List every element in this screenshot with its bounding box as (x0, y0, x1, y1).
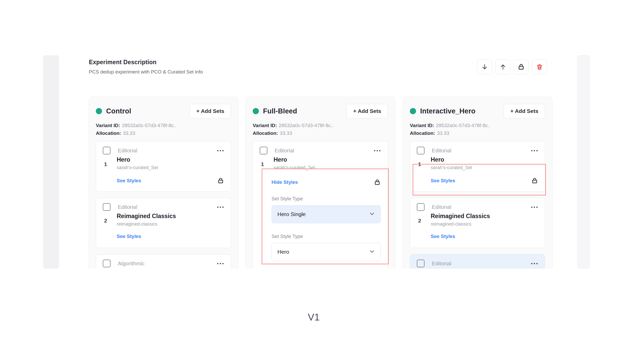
set-card: Editorial 1 Hero sarah’s-curated_Set See… (96, 141, 231, 192)
set-title: Hero (274, 156, 381, 163)
adjacent-variant-card-right-edge (577, 55, 590, 269)
variant-id-label: Variant ID: (410, 123, 434, 128)
set-card-clipped-highlighted: Editorial (410, 254, 545, 269)
set-checkbox[interactable] (417, 147, 425, 154)
variant-card-interactive-hero: Interactive_Hero + Add Sets Variant ID:2… (403, 97, 553, 269)
set-checkbox[interactable] (260, 147, 267, 154)
set-style-type-select[interactable]: Hero (272, 243, 381, 261)
variant-name: Control (106, 107, 131, 115)
set-category: Editorial (432, 147, 451, 154)
variant-id-value: 28532a0c-57d3-478f-8c.. (122, 123, 176, 128)
allocation-row: Allocation:33.33 (410, 129, 545, 137)
variant-name: Full-Bleed (263, 107, 297, 115)
set-card: Editorial 2 Reimagined Classics reimagin… (96, 198, 231, 248)
allocation-value: 33.33 (437, 130, 449, 136)
allocation-label: Allocation: (96, 130, 121, 136)
more-menu-button[interactable] (374, 148, 381, 153)
set-slug: sarah’s-curated_Set (117, 165, 224, 170)
set-slug: reimagined-classics (431, 221, 538, 227)
variant-card-full-bleed: Full-Bleed + Add Sets Variant ID:28532a0… (245, 97, 395, 269)
set-card: Editorial 1 Hero sarah’s-curated_Set See… (410, 141, 545, 192)
set-list: Editorial 1 Hero sarah’s-curated_Set See… (96, 141, 231, 269)
lock-icon[interactable] (374, 179, 381, 186)
more-menu-button[interactable] (531, 148, 538, 153)
allocation-value: 33.33 (280, 130, 292, 136)
variant-name: Interactive_Hero (420, 107, 476, 115)
variant-status-dot (253, 108, 259, 114)
set-index: 1 (104, 161, 107, 167)
selected-style-value: Hero Single (277, 211, 306, 217)
set-index: 2 (418, 218, 421, 224)
adjacent-variant-card-left-edge (43, 55, 59, 269)
see-styles-link[interactable]: See Styles (431, 234, 455, 239)
set-card: Editorial 2 Reimagined Classics reimagin… (410, 198, 545, 248)
set-list: Editorial 1 Hero sarah’s-curated_Set Hid… (253, 141, 388, 269)
set-checkbox[interactable] (417, 260, 425, 267)
variant-id-row: Variant ID:28532a0c-57d3-478f-8c.. (253, 122, 388, 129)
trash-icon (536, 63, 543, 70)
variant-status-dot (410, 108, 416, 114)
set-index: 1 (261, 161, 264, 167)
allocation-label: Allocation: (410, 130, 435, 136)
allocation-row: Allocation:33.33 (253, 129, 388, 137)
set-category: Editorial (432, 204, 451, 210)
more-menu-button[interactable] (217, 148, 224, 153)
see-styles-link[interactable]: See Styles (117, 234, 141, 239)
set-category: Editorial (118, 204, 137, 210)
more-menu-button[interactable] (531, 261, 538, 266)
set-title: Hero (117, 156, 224, 163)
more-menu-button[interactable] (217, 205, 224, 209)
variant-id-row: Variant ID:28532a0c-57d3-478f-8c.. (410, 122, 545, 129)
move-down-button[interactable] (477, 59, 492, 74)
set-checkbox[interactable] (417, 203, 425, 211)
experiment-editor-page: Experiment Description PCS dedup experim… (0, 0, 644, 355)
set-title: Reimagined Classics (117, 213, 224, 220)
lock-button[interactable] (514, 59, 529, 74)
set-category: Editorial (275, 147, 294, 154)
set-style-type-select[interactable]: Hero Single (272, 205, 381, 223)
set-checkbox[interactable] (103, 260, 111, 267)
set-checkbox[interactable] (103, 147, 111, 154)
set-title: Hero (431, 156, 538, 163)
set-category: Editorial (118, 147, 137, 154)
selected-style-value: Hero (277, 249, 289, 255)
allocation-value: 33.33 (123, 130, 135, 136)
experiment-description-header: Experiment Description PCS dedup experim… (89, 59, 203, 75)
lock-icon[interactable] (217, 177, 224, 184)
set-slug: sarah’s-curated_Set (431, 165, 538, 170)
set-category: Algorithmic (118, 260, 145, 267)
lock-icon[interactable] (531, 177, 538, 184)
more-menu-button[interactable] (531, 205, 538, 209)
arrow-up-icon (499, 63, 506, 70)
set-style-type-label: Set Style Type (272, 196, 381, 202)
add-sets-button[interactable]: + Add Sets (190, 104, 231, 118)
move-up-button[interactable] (495, 59, 510, 74)
set-card-expanded: Editorial 1 Hero sarah’s-curated_Set Hid… (253, 141, 388, 269)
variant-status-dot (96, 108, 102, 114)
see-styles-link[interactable]: See Styles (431, 178, 455, 184)
variant-id-value: 28532a0c-57d3-478f-8c.. (436, 123, 490, 128)
set-card-clipped: Algorithmic (96, 254, 231, 269)
hide-styles-link[interactable]: Hide Styles (272, 179, 298, 185)
set-title: Reimagined Classics (431, 213, 538, 220)
version-label: V1 (308, 312, 320, 323)
delete-button[interactable] (532, 59, 547, 74)
variant-card-control: Control + Add Sets Variant ID:28532a0c-5… (89, 97, 239, 269)
see-styles-link[interactable]: See Styles (117, 178, 141, 184)
arrow-down-icon (481, 63, 488, 70)
set-style-type-label: Set Style Type (272, 234, 381, 239)
set-checkbox[interactable] (103, 203, 111, 211)
more-menu-button[interactable] (217, 261, 224, 266)
set-index: 2 (104, 218, 107, 224)
add-sets-button[interactable]: + Add Sets (504, 104, 545, 118)
page-subtitle: PCS dedup experiment with PCO & Curated … (89, 69, 203, 75)
variant-id-value: 28532a0c-57d3-478f-8c.. (279, 123, 333, 128)
set-slug: sarah’s-curated_Set (274, 165, 381, 170)
experiment-toolbar (477, 59, 547, 74)
set-slug: reimagined-classics (117, 221, 224, 227)
variant-id-label: Variant ID: (96, 123, 120, 128)
variant-id-row: Variant ID:28532a0c-57d3-478f-8c.. (96, 122, 231, 129)
allocation-label: Allocation: (253, 130, 278, 136)
add-sets-button[interactable]: + Add Sets (346, 104, 388, 118)
lock-icon (518, 63, 525, 70)
